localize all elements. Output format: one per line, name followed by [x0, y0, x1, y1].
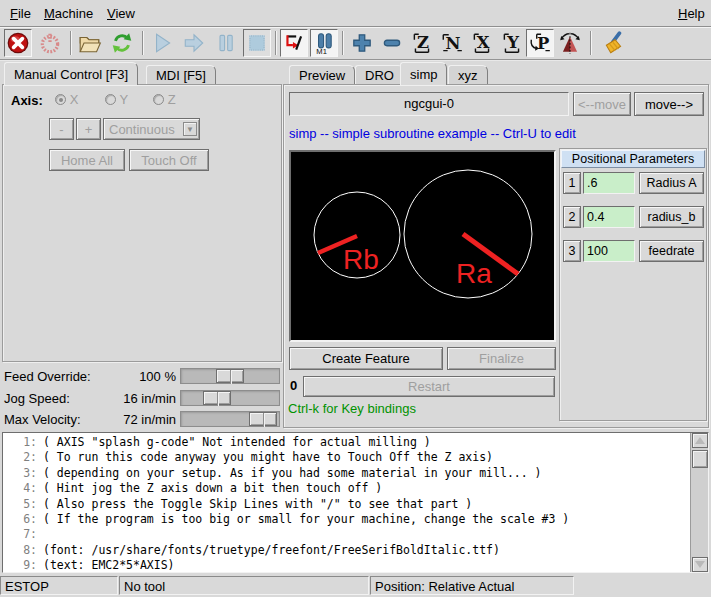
run-button[interactable] [148, 29, 176, 57]
pause-button[interactable] [212, 29, 240, 57]
jog-mode-dropdown[interactable]: Continuous ▼ [103, 118, 200, 140]
scroll-down-arrow[interactable] [692, 557, 708, 572]
toolbar-separator [590, 31, 592, 55]
max-velocity-slider[interactable] [180, 411, 280, 427]
manual-control-panel: Axis: X Y Z - + Continuous ▼ Home All To… [2, 84, 282, 362]
gcode-line[interactable]: 2:( To run this code anyway you might ha… [3, 450, 689, 465]
finalize-button[interactable]: Finalize [447, 347, 556, 370]
axis-radio-x[interactable]: X [55, 92, 78, 107]
jog-speed-label: Jog Speed: [4, 391, 70, 406]
reload-button[interactable] [108, 29, 136, 57]
tab-mdi[interactable]: MDI [F5] [146, 65, 216, 85]
view-x-icon: X [470, 31, 494, 55]
view-z2-icon: N [440, 31, 464, 55]
param-3-index: 3 [563, 240, 581, 262]
menu-help[interactable]: Help [674, 5, 709, 22]
gcode-line[interactable]: 9:(text: EMC2*5*AXIS) [3, 558, 689, 573]
svg-text:M1: M1 [316, 47, 327, 55]
jog-minus-button[interactable]: - [49, 118, 74, 140]
param-3-value-input[interactable]: 100 [583, 240, 635, 262]
param-2-value-input[interactable]: 0.4 [583, 206, 635, 228]
axis-radio-z[interactable]: Z [153, 92, 176, 107]
line-text: ( AXIS "splash g-code" Not intended for … [43, 435, 431, 449]
menu-view[interactable]: View [103, 5, 139, 22]
param-1-name: Radius A [639, 172, 704, 194]
touch-off-button[interactable]: Touch Off [129, 149, 209, 171]
feed-override-slider[interactable] [180, 368, 280, 384]
estop-button[interactable] [4, 29, 32, 57]
axis-radio-y[interactable]: Y [105, 92, 128, 107]
svg-text:P: P [537, 34, 549, 53]
open-file-button[interactable] [76, 29, 104, 57]
estop-icon [6, 31, 30, 55]
view-z-button[interactable]: Z [408, 29, 436, 57]
toggle-skip-lines-icon [282, 31, 306, 55]
param-1-value-input[interactable]: .6 [583, 172, 635, 194]
optional-stop-icon: M1 [312, 31, 336, 55]
machine-power-icon [38, 31, 62, 55]
gcode-line[interactable]: 7: [3, 527, 689, 542]
toolbar: M1 Z N X Y [0, 28, 711, 61]
menu-file[interactable]: File [6, 5, 35, 22]
step-button[interactable] [180, 29, 208, 57]
rotate-icon [558, 31, 582, 55]
gcode-line[interactable]: 5:( Also press the Toggle Skip Lines wit… [3, 497, 689, 512]
gcode-text-area[interactable]: 1:( AXIS "splash g-code" Not intended fo… [2, 432, 709, 573]
machine-power-button[interactable] [36, 29, 64, 57]
move-left-button[interactable]: <--move [573, 92, 631, 116]
line-text: ( To run this code anyway you might have… [43, 450, 493, 464]
zoom-in-icon [350, 31, 374, 55]
reload-icon [110, 31, 134, 55]
zoom-in-button[interactable] [348, 29, 376, 57]
menu-machine[interactable]: Machine [40, 5, 97, 22]
radius-b-canvas-label: Rb [343, 244, 379, 275]
view-p-button[interactable]: P [526, 29, 554, 57]
gcode-line[interactable]: 1:( AXIS "splash g-code" Not intended fo… [3, 435, 689, 450]
create-feature-button[interactable]: Create Feature [289, 347, 443, 370]
view-x-button[interactable]: X [468, 29, 496, 57]
svg-text:Z: Z [417, 33, 429, 52]
tab-dro[interactable]: DRO [355, 65, 404, 85]
axis-window: { "menu": { "items": ["File", "Machine",… [0, 0, 711, 597]
param-3-name: feedrate [639, 240, 704, 262]
view-y-button[interactable]: Y [498, 29, 526, 57]
home-all-button[interactable]: Home All [49, 149, 125, 171]
tab-simp[interactable]: simp [400, 62, 447, 85]
line-number: 8: [3, 543, 43, 558]
rotate-view-button[interactable] [556, 29, 584, 57]
param-2-index: 2 [563, 206, 581, 228]
scroll-up-arrow[interactable] [692, 433, 708, 448]
ngcgui-tab-entry[interactable]: ngcgui-0 [289, 92, 569, 116]
toolbar-separator [342, 31, 344, 55]
gcode-line[interactable]: 6:( If the program is too big or small f… [3, 512, 689, 527]
feed-override-handle[interactable] [216, 369, 244, 383]
jog-speed-slider[interactable] [180, 390, 280, 406]
tab-manual-control[interactable]: Manual Control [F3] [4, 62, 138, 85]
view-z2-button[interactable]: N [438, 29, 466, 57]
line-text: ( If the program is too big or small for… [43, 512, 569, 526]
optional-stop-button[interactable]: M1 [310, 29, 338, 57]
zoom-out-button[interactable] [378, 29, 406, 57]
param-2-name: radius_b [639, 206, 704, 228]
scrollbar-thumb[interactable] [692, 450, 708, 468]
jog-plus-button[interactable]: + [76, 118, 101, 140]
restart-button[interactable]: Restart [303, 376, 555, 397]
gcode-line[interactable]: 3:( depending on your setup. As if you h… [3, 466, 689, 481]
toggle-skip-lines-button[interactable] [280, 29, 308, 57]
line-number: 1: [3, 435, 43, 450]
tab-xyz[interactable]: xyz [448, 65, 488, 85]
gcode-line[interactable]: 4:( Hint jog the Z axis down a bit then … [3, 481, 689, 496]
stop-button[interactable] [243, 29, 271, 57]
move-right-button[interactable]: move--> [634, 92, 704, 116]
gcode-line[interactable]: 8:(font: /usr/share/fonts/truetype/freef… [3, 543, 689, 558]
tab-preview[interactable]: Preview [289, 65, 355, 85]
vertical-scrollbar[interactable] [690, 433, 708, 572]
jog-speed-handle[interactable] [203, 391, 231, 405]
axis-z-label: Z [168, 92, 176, 107]
feed-override-label: Feed Override: [4, 369, 91, 384]
max-velocity-handle[interactable] [249, 412, 277, 426]
clear-plot-button[interactable] [600, 29, 628, 57]
preview-canvas[interactable]: Rb Ra [289, 150, 556, 342]
radio-y-icon [105, 94, 116, 105]
svg-text:X: X [477, 33, 490, 52]
